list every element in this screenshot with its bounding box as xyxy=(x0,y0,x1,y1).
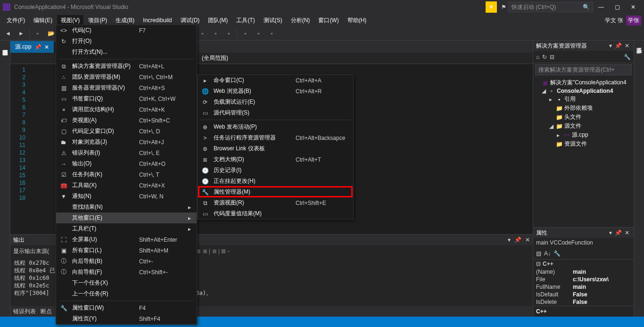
menu-item[interactable]: ⊛Browser Link 仪表板 xyxy=(198,143,353,154)
menu-item[interactable]: 🌐Web 浏览器(B)Ctrl+Alt+R xyxy=(198,86,353,97)
menu-7[interactable]: 团队(M) xyxy=(204,15,231,26)
menu-item[interactable]: <>代码(C)F7 xyxy=(56,25,197,36)
feedback-icon[interactable]: ⚑ xyxy=(499,4,508,10)
right-side-tab[interactable]: 诊断工具 xyxy=(634,41,644,317)
menu-item[interactable]: ▸命令窗口(C)Ctrl+Alt+A xyxy=(198,75,353,86)
left-side-tab[interactable]: 服务器资源管理器 xyxy=(0,41,10,317)
menu-item[interactable]: →输出(O)Ctrl+Alt+O xyxy=(56,158,197,169)
refs-node[interactable]: ▸▪引用 xyxy=(535,95,632,104)
menu-item[interactable]: 🕗历史记录(I) xyxy=(198,165,353,176)
collapse-icon[interactable]: ⊟ xyxy=(550,54,554,60)
prop-category[interactable]: ⊟C++ xyxy=(533,260,634,268)
headers-node[interactable]: 📁头文件 xyxy=(535,113,632,122)
menu-item[interactable]: ⟳负载测试运行(E) xyxy=(198,97,353,107)
maximize-button[interactable]: ▢ xyxy=(609,4,625,10)
props-object[interactable]: main VCCodeFunction xyxy=(533,238,634,247)
project-node[interactable]: ◢▫ConsoleApplication4 xyxy=(535,87,632,95)
dropdown-icon[interactable]: ▾ xyxy=(608,42,613,49)
refresh-icon[interactable]: ↻ xyxy=(542,54,547,60)
wrench-icon[interactable]: 🔧 xyxy=(553,250,561,257)
pin-icon[interactable]: 📌 xyxy=(34,44,41,50)
menu-item[interactable]: 🔧属性窗口(W)F4 xyxy=(56,302,197,313)
pin-icon[interactable]: 📌 xyxy=(514,237,521,243)
prop-row[interactable]: IsDefaultFalse xyxy=(533,291,634,298)
menu-item[interactable]: ▭代码度量值结果(M) xyxy=(198,208,353,219)
prop-row[interactable]: FullNamemain xyxy=(533,283,634,291)
dropdown-icon[interactable]: ▾ xyxy=(608,229,613,236)
menu-item[interactable]: ↻打开(O) xyxy=(56,36,197,47)
menu-5[interactable]: Incredibuild xyxy=(139,16,175,25)
quick-launch-input[interactable]: 快速启动 (Ctrl+Q) 🔍 xyxy=(508,2,593,12)
menu-9[interactable]: 测试(S) xyxy=(260,15,286,26)
menu-item[interactable]: ≣文档大纲(D)Ctrl+Alt+T xyxy=(198,154,353,165)
prop-row[interactable]: IsDeleteFalse xyxy=(533,298,634,306)
minimize-button[interactable]: — xyxy=(593,4,609,10)
menu-item[interactable]: 工具栏(T)▸ xyxy=(56,223,197,234)
menu-item[interactable]: 🖿对象浏览器(J)Ctrl+Alt+J xyxy=(56,137,197,147)
user-badge[interactable]: 学张 xyxy=(626,16,641,25)
menu-item[interactable]: >任务运行程序资源管理器Ctrl+Alt+Backsapce xyxy=(198,132,353,143)
menu-item[interactable]: ⓘ向前导航(F)Ctrl+Shift+- xyxy=(56,267,197,278)
solution-node[interactable]: ▣解决方案"ConsoleApplication4 xyxy=(535,78,632,87)
menu-item[interactable]: 其他窗口(E)▸ xyxy=(56,213,197,223)
menu-item[interactable]: 上一个任务(R) xyxy=(56,288,197,299)
dropdown-icon[interactable]: ▾ xyxy=(508,237,511,243)
tb-icon[interactable]: ▫ xyxy=(223,28,234,39)
server-explorer-tab[interactable]: 服务器资源管理器 xyxy=(0,42,10,48)
menu-item[interactable]: 🧰工具箱(X)Ctrl+Alt+X xyxy=(56,180,197,191)
notification-icon[interactable]: ▼ xyxy=(486,1,497,13)
menu-item[interactable]: ⛶全屏幕(U)Shift+Alt+Enter xyxy=(56,234,197,245)
menu-item[interactable]: ⌖调用层次结构(H)Ctrl+Alt+K xyxy=(56,104,197,115)
sources-node[interactable]: ◢📁源文件 xyxy=(535,122,632,131)
prop-row[interactable]: (Name)main xyxy=(533,268,634,276)
menu-item[interactable]: ⛬团队资源管理器(M)Ctrl+\, Ctrl+M xyxy=(56,72,197,82)
menu-item[interactable]: ⓘ向后导航(B)Ctrl+- xyxy=(56,256,197,267)
menu-item[interactable]: ☑任务列表(K)Ctrl+\, T xyxy=(56,169,197,180)
menu-12[interactable]: 帮助(H) xyxy=(344,15,371,26)
menu-item[interactable]: 🔧属性管理器(M) xyxy=(198,187,353,197)
breakpoints-tab[interactable]: 断点 xyxy=(41,308,52,316)
close-icon[interactable]: ✕ xyxy=(623,229,631,236)
menu-item[interactable]: ▭源代码管理(S) xyxy=(198,107,353,118)
tb-icon[interactable]: ▫ xyxy=(253,28,264,39)
pin-icon[interactable]: 📌 xyxy=(613,42,623,49)
menu-item[interactable]: 属性页(Y)Shift+F4 xyxy=(56,313,197,324)
close-icon[interactable]: ✕ xyxy=(44,44,49,50)
pin-icon[interactable]: 📌 xyxy=(613,229,623,236)
new-button[interactable]: ▫ xyxy=(33,28,43,39)
menu-0[interactable]: 文件(F) xyxy=(3,15,29,26)
menu-item[interactable]: ⧉资源视图(R)Ctrl+Shift+E xyxy=(198,197,353,208)
close-icon[interactable]: ✕ xyxy=(525,237,530,243)
wrench-icon[interactable]: 🔧 xyxy=(624,54,631,60)
menu-item[interactable]: 🕗正在挂起更改(H) xyxy=(198,176,353,187)
menu-item[interactable]: 打开方式(N)... xyxy=(56,47,197,57)
prop-row[interactable]: Filec:\Users\zxw\ xyxy=(533,276,634,283)
tb-icon[interactable]: ▫ xyxy=(240,28,250,39)
close-icon[interactable]: ✕ xyxy=(623,42,631,49)
menu-item[interactable]: ▣所有窗口(L)Shift+Alt+M xyxy=(56,245,197,256)
tb-icon[interactable]: ▫ xyxy=(210,28,221,39)
editor-tab-active[interactable]: 源.cpp 📌 ✕ xyxy=(10,41,54,53)
res-node[interactable]: 📁资源文件 xyxy=(535,139,632,148)
tb-icon[interactable]: ▫ xyxy=(266,28,277,39)
alpha-icon[interactable]: A↓ xyxy=(544,250,551,257)
menu-item[interactable]: ▼通知(N)Ctrl+W, N xyxy=(56,191,197,202)
source-file[interactable]: ▸++源.cpp xyxy=(535,131,632,139)
close-button[interactable]: ✕ xyxy=(625,4,641,10)
menu-item[interactable]: 下一个任务(X) xyxy=(56,278,197,288)
diagnostics-tab[interactable]: 诊断工具 xyxy=(634,41,644,46)
nav-fwd-button[interactable]: ► xyxy=(16,28,26,39)
menu-item[interactable]: 🏷类视图(A)Ctrl+Shift+C xyxy=(56,115,197,126)
menu-item[interactable]: ⚠错误列表(I)Ctrl+\, E xyxy=(56,147,197,158)
home-icon[interactable]: ⌂ xyxy=(536,54,539,60)
extdep-node[interactable]: 📁外部依赖项 xyxy=(535,104,632,113)
menu-10[interactable]: 分析(N) xyxy=(287,15,314,26)
menu-item[interactable]: ⧉解决方案资源管理器(P)Ctrl+Alt+L xyxy=(56,61,197,72)
menu-item[interactable]: 查找结果(N)▸ xyxy=(56,202,197,213)
error-list-tab[interactable]: 错误列表 xyxy=(13,308,36,316)
tb-icon[interactable]: ▫ xyxy=(197,28,207,39)
menu-11[interactable]: 窗口(W) xyxy=(314,15,342,26)
open-button[interactable]: 📂 xyxy=(46,28,56,39)
menu-item[interactable]: ▭书签窗口(Q)Ctrl+K, Ctrl+W xyxy=(56,93,197,104)
menu-8[interactable]: 工具(T) xyxy=(232,15,258,26)
